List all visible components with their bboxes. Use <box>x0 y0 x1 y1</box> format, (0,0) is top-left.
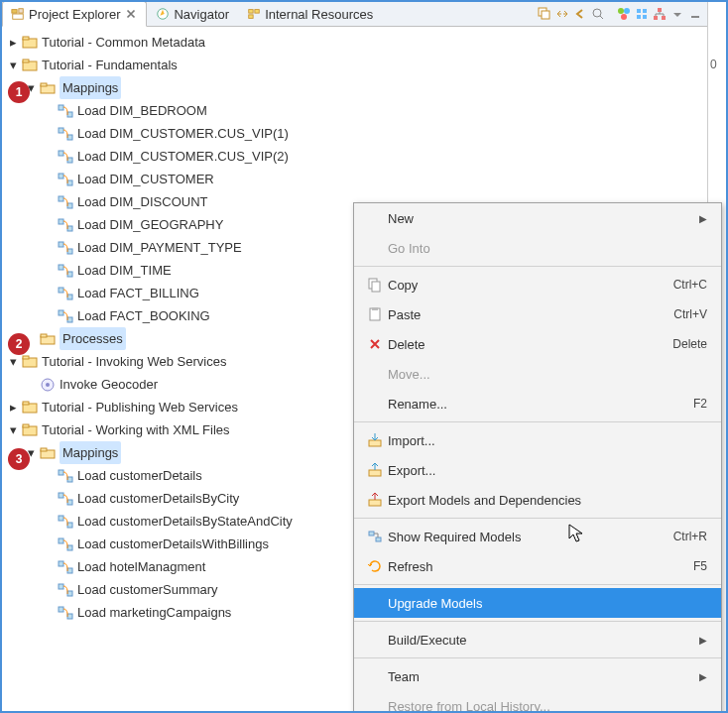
export-models-icon <box>367 492 383 508</box>
tree-label: Tutorial - Common Metadata <box>42 31 205 54</box>
minimize-icon[interactable] <box>688 7 702 21</box>
process-icon <box>40 377 56 393</box>
expand-icon[interactable]: ▸ <box>6 401 20 415</box>
mapping-icon <box>58 286 73 301</box>
svg-rect-73 <box>67 614 72 619</box>
menu-item-delete[interactable]: DeleteDelete <box>354 329 721 359</box>
svg-rect-67 <box>67 545 72 550</box>
svg-rect-27 <box>41 83 47 86</box>
menu-item-refresh[interactable]: RefreshF5 <box>354 551 721 581</box>
menu-separator <box>354 621 721 622</box>
view-menu-icon[interactable] <box>670 7 684 21</box>
svg-rect-43 <box>67 272 72 277</box>
tab-internal-resources[interactable]: Internal Resources <box>238 1 382 27</box>
menu-item-team[interactable]: Team▶ <box>354 661 721 691</box>
svg-point-11 <box>624 8 630 14</box>
view-tabs: Project Explorer Navigator Internal Reso… <box>2 2 726 27</box>
annotation-callout-1: 1 <box>8 81 30 103</box>
menu-item-show-required[interactable]: Show Required ModelsCtrl+R <box>354 522 721 551</box>
svg-rect-4 <box>249 10 253 14</box>
tree-node-folder-mappings[interactable]: ▾Mappings <box>6 76 726 99</box>
tree-node-project[interactable]: ▾Tutorial - Fundamentals <box>6 54 726 76</box>
menu-item-paste[interactable]: PasteCtrl+V <box>354 299 721 329</box>
tree-node-mapping[interactable]: Load DIM_CUSTOMER <box>6 168 726 190</box>
submenu-arrow-icon: ▶ <box>699 213 707 224</box>
show-required-icon <box>367 529 383 544</box>
menu-item-upgrade-models[interactable]: Upgrade Models <box>354 588 721 618</box>
project-icon <box>22 422 38 438</box>
mapping-icon <box>58 263 73 279</box>
tree-label: Load DIM_DISCOUNT <box>77 190 207 213</box>
close-icon[interactable] <box>124 7 138 21</box>
svg-rect-66 <box>59 538 63 543</box>
window-root: Project Explorer Navigator Internal Reso… <box>0 0 728 713</box>
hierarchy-icon[interactable] <box>653 7 667 21</box>
link-editor-icon[interactable] <box>555 7 569 21</box>
expand-icon[interactable]: ▸ <box>6 36 20 50</box>
project-icon <box>22 35 38 51</box>
project-explorer-icon <box>11 7 25 21</box>
mapping-icon <box>58 103 73 119</box>
svg-rect-14 <box>643 9 647 13</box>
mapping-icon <box>58 491 73 507</box>
collapse-icon[interactable]: ▾ <box>6 59 20 72</box>
collapse-icon[interactable]: ▾ <box>6 355 20 369</box>
svg-rect-33 <box>67 158 72 163</box>
project-icon <box>22 400 38 416</box>
svg-rect-30 <box>59 128 63 133</box>
back-icon[interactable] <box>573 7 587 21</box>
svg-rect-15 <box>637 15 641 19</box>
menu-item-export[interactable]: Export... <box>354 455 721 485</box>
annotation-callout-2: 2 <box>8 333 30 355</box>
svg-rect-68 <box>59 561 63 566</box>
tab-navigator[interactable]: Navigator <box>147 1 238 27</box>
copy-icon <box>367 277 383 293</box>
svg-rect-38 <box>59 219 63 224</box>
svg-rect-34 <box>59 174 63 178</box>
zoom-icon[interactable] <box>591 7 605 21</box>
menu-item-export-models[interactable]: Export Models and Dependencies <box>354 485 721 515</box>
tab-project-explorer[interactable]: Project Explorer <box>2 1 147 27</box>
svg-rect-57 <box>23 424 29 427</box>
menu-shortcut: Delete <box>672 337 707 351</box>
svg-point-9 <box>593 9 601 17</box>
collapse-icon[interactable]: ▾ <box>6 423 20 437</box>
tree-label: Load customerSummary <box>77 578 218 601</box>
tree-label: Load DIM_CUSTOMER.CUS_VIP(1) <box>77 122 289 145</box>
tree-node-project[interactable]: ▸Tutorial - Common Metadata <box>6 31 726 54</box>
svg-rect-75 <box>372 282 380 292</box>
tree-label: Invoke Geocoder <box>60 373 158 396</box>
menu-item-build-execute[interactable]: Build/Execute▶ <box>354 625 721 654</box>
menu-item-new[interactable]: New▶ <box>354 203 721 233</box>
menu-item-import[interactable]: Import... <box>354 425 721 455</box>
tree-label: Load customerDetailsByCity <box>77 487 239 510</box>
menu-separator <box>354 584 721 585</box>
filter-icon[interactable] <box>635 7 649 21</box>
svg-rect-13 <box>637 9 641 13</box>
project-icon <box>22 354 38 370</box>
menu-item-rename[interactable]: Rename...F2 <box>354 389 721 418</box>
svg-rect-44 <box>59 288 63 293</box>
menu-shortcut: Ctrl+C <box>673 278 707 292</box>
menu-shortcut: Ctrl+V <box>673 307 707 321</box>
svg-rect-51 <box>23 356 29 359</box>
mapping-icon <box>58 514 73 530</box>
menu-item-go-into: Go Into <box>354 233 721 263</box>
tab-label: Internal Resources <box>265 7 373 22</box>
svg-rect-5 <box>255 10 259 14</box>
svg-point-10 <box>618 8 624 14</box>
svg-rect-46 <box>59 310 63 315</box>
menu-item-copy[interactable]: CopyCtrl+C <box>354 270 721 299</box>
tree-node-mapping[interactable]: Load DIM_BEDROOM <box>6 99 726 122</box>
svg-rect-69 <box>67 568 72 573</box>
collapse-all-icon[interactable] <box>538 7 551 21</box>
tree-node-mapping[interactable]: Load DIM_CUSTOMER.CUS_VIP(1) <box>6 122 726 145</box>
tree-label: Load DIM_CUSTOMER <box>77 168 214 190</box>
mapping-icon <box>58 308 73 324</box>
tree-node-mapping[interactable]: Load DIM_CUSTOMER.CUS_VIP(2) <box>6 145 726 168</box>
focus-task-icon[interactable] <box>617 7 631 21</box>
svg-rect-70 <box>59 584 63 589</box>
svg-rect-35 <box>67 180 72 185</box>
svg-rect-20 <box>691 16 699 18</box>
refresh-icon <box>367 558 383 574</box>
